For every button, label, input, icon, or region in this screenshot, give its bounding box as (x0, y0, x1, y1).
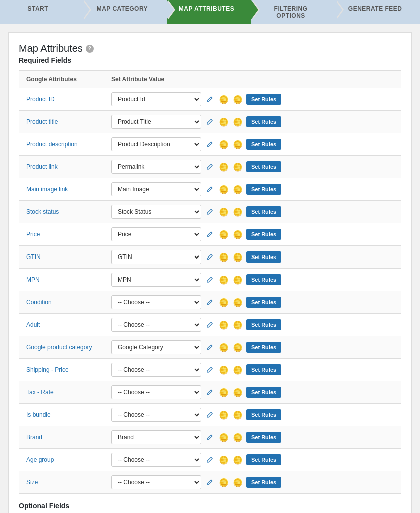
coin-icon-2-shipping-price[interactable]: 🪙 (232, 364, 243, 375)
attr-select-adult[interactable]: -- Choose -- (111, 318, 201, 332)
edit-icon-stock-status[interactable] (204, 206, 215, 217)
edit-icon-adult[interactable] (204, 319, 215, 330)
edit-icon-main-image-link[interactable] (204, 184, 215, 195)
coin-icon-2-gtin[interactable]: 🪙 (232, 251, 243, 263)
attr-select-age-group[interactable]: -- Choose -- (111, 453, 201, 467)
coin-icon-1-condition[interactable]: 🪙 (218, 297, 229, 308)
edit-icon-size[interactable] (204, 477, 215, 488)
attr-select-main-image-link[interactable]: Main Image (111, 182, 201, 196)
set-rules-button-product-id[interactable]: Set Rules (246, 94, 281, 105)
edit-icon-condition[interactable] (204, 297, 215, 308)
edit-icon-age-group[interactable] (204, 454, 215, 465)
coin-icon-2-product-description[interactable]: 🪙 (232, 139, 243, 150)
coin-icon-1-product-id[interactable]: 🪙 (218, 94, 229, 105)
set-rules-button-brand[interactable]: Set Rules (246, 432, 281, 443)
coin-icon-1-adult[interactable]: 🪙 (218, 319, 229, 330)
page-title: Map Attributes ? (19, 43, 401, 54)
set-rules-button-price[interactable]: Set Rules (246, 229, 281, 240)
breadcrumb-item-filtering-options[interactable]: FILTERING OPTIONS (251, 0, 336, 24)
edit-icon-product-id[interactable] (204, 94, 215, 105)
coin-icon-2-tax-rate[interactable]: 🪙 (232, 387, 243, 398)
coin-icon-2-adult[interactable]: 🪙 (232, 319, 243, 330)
attr-select-stock-status[interactable]: Stock Status (111, 205, 201, 219)
attr-value-cell-tax-rate: -- Choose --🪙🪙Set Rules (104, 381, 401, 404)
attr-select-product-title[interactable]: Product Title (111, 115, 201, 129)
edit-icon-brand[interactable] (204, 432, 215, 443)
attr-select-mpn[interactable]: MPN (111, 273, 201, 287)
attr-label-size: Size (19, 471, 104, 494)
edit-icon-mpn[interactable] (204, 274, 215, 285)
attr-select-condition[interactable]: -- Choose -- (111, 295, 201, 309)
edit-icon-product-link[interactable] (204, 161, 215, 172)
coin-icon-1-product-link[interactable]: 🪙 (218, 161, 229, 172)
breadcrumb-item-map-attributes[interactable]: MAP ATTRIBUTES (167, 0, 251, 24)
coin-icon-2-product-id[interactable]: 🪙 (232, 94, 243, 105)
breadcrumb-item-start[interactable]: START (0, 0, 83, 24)
attr-select-product-link[interactable]: Permalink (111, 160, 201, 174)
breadcrumb-item-generate-feed[interactable]: GENERATE FEED (335, 0, 420, 24)
coin-icon-1-tax-rate[interactable]: 🪙 (218, 387, 229, 398)
coin-icon-1-product-title[interactable]: 🪙 (218, 116, 229, 127)
edit-icon-google-product-category[interactable] (204, 342, 215, 353)
set-rules-button-mpn[interactable]: Set Rules (246, 274, 281, 285)
coin-icon-1-main-image-link[interactable]: 🪙 (218, 184, 229, 195)
set-rules-button-age-group[interactable]: Set Rules (246, 454, 281, 465)
set-rules-button-tax-rate[interactable]: Set Rules (246, 387, 281, 398)
edit-icon-product-title[interactable] (204, 116, 215, 127)
edit-icon-gtin[interactable] (204, 251, 215, 263)
coin-icon-1-age-group[interactable]: 🪙 (218, 454, 229, 465)
set-rules-button-stock-status[interactable]: Set Rules (246, 206, 281, 217)
attr-select-product-id[interactable]: Product Id (111, 92, 201, 106)
coin-icon-2-product-link[interactable]: 🪙 (232, 161, 243, 172)
coin-icon-2-condition[interactable]: 🪙 (232, 297, 243, 308)
coin-icon-2-main-image-link[interactable]: 🪙 (232, 184, 243, 195)
coin-icon-1-gtin[interactable]: 🪙 (218, 251, 229, 263)
coin-icon-2-mpn[interactable]: 🪙 (232, 274, 243, 285)
edit-icon-tax-rate[interactable] (204, 387, 215, 398)
coin-icon-2-age-group[interactable]: 🪙 (232, 454, 243, 465)
set-rules-button-condition[interactable]: Set Rules (246, 297, 281, 308)
set-rules-button-product-link[interactable]: Set Rules (246, 161, 281, 172)
help-icon[interactable]: ? (86, 45, 94, 53)
set-rules-button-shipping-price[interactable]: Set Rules (246, 364, 281, 375)
coin-icon-1-mpn[interactable]: 🪙 (218, 274, 229, 285)
edit-icon-shipping-price[interactable] (204, 364, 215, 375)
attr-select-google-product-category[interactable]: Google Category (111, 340, 201, 354)
set-rules-button-size[interactable]: Set Rules (246, 477, 281, 488)
attr-select-size[interactable]: -- Choose -- (111, 475, 201, 489)
coin-icon-2-price[interactable]: 🪙 (232, 229, 243, 240)
coin-icon-2-size[interactable]: 🪙 (232, 477, 243, 488)
attr-select-product-description[interactable]: Product Description (111, 137, 201, 151)
coin-icon-2-brand[interactable]: 🪙 (232, 432, 243, 443)
set-rules-button-product-title[interactable]: Set Rules (246, 116, 281, 127)
coin-icon-1-product-description[interactable]: 🪙 (218, 139, 229, 150)
attr-select-brand[interactable]: Brand (111, 430, 201, 444)
set-rules-button-google-product-category[interactable]: Set Rules (246, 342, 281, 353)
set-rules-button-main-image-link[interactable]: Set Rules (246, 184, 281, 195)
set-rules-button-product-description[interactable]: Set Rules (246, 139, 281, 150)
coin-icon-1-shipping-price[interactable]: 🪙 (218, 364, 229, 375)
coin-icon-1-stock-status[interactable]: 🪙 (218, 206, 229, 217)
coin-icon-2-product-title[interactable]: 🪙 (232, 116, 243, 127)
edit-icon-is-bundle[interactable] (204, 409, 215, 420)
edit-icon-product-description[interactable] (204, 139, 215, 150)
coin-icon-1-google-product-category[interactable]: 🪙 (218, 342, 229, 353)
attr-select-shipping-price[interactable]: -- Choose -- (111, 363, 201, 377)
table-row-adult: Adult-- Choose --🪙🪙Set Rules (19, 314, 401, 336)
set-rules-button-is-bundle[interactable]: Set Rules (246, 409, 281, 420)
attr-select-price[interactable]: Price (111, 227, 201, 241)
coin-icon-2-google-product-category[interactable]: 🪙 (232, 342, 243, 353)
coin-icon-1-brand[interactable]: 🪙 (218, 432, 229, 443)
coin-icon-1-is-bundle[interactable]: 🪙 (218, 409, 229, 420)
attr-select-is-bundle[interactable]: -- Choose -- (111, 408, 201, 422)
attr-select-gtin[interactable]: GTIN (111, 250, 201, 264)
coin-icon-2-is-bundle[interactable]: 🪙 (232, 409, 243, 420)
breadcrumb-item-map-category[interactable]: MAP CATEGORY (83, 0, 167, 24)
attr-select-tax-rate[interactable]: -- Choose -- (111, 385, 201, 399)
coin-icon-1-price[interactable]: 🪙 (218, 229, 229, 240)
set-rules-button-adult[interactable]: Set Rules (246, 319, 281, 330)
coin-icon-2-stock-status[interactable]: 🪙 (232, 206, 243, 217)
edit-icon-price[interactable] (204, 229, 215, 240)
coin-icon-1-size[interactable]: 🪙 (218, 477, 229, 488)
set-rules-button-gtin[interactable]: Set Rules (246, 251, 281, 263)
